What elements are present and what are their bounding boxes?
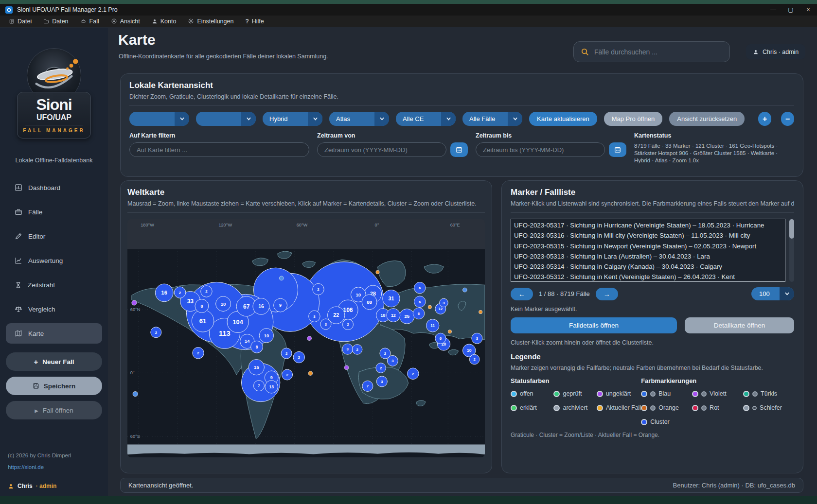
map-cluster[interactable]: 2 <box>352 345 362 355</box>
map-cluster[interactable]: 2 <box>174 287 186 298</box>
map-marker-dot[interactable] <box>133 391 138 396</box>
map-cluster[interactable]: 2 <box>313 283 324 295</box>
prev-page-button[interactable]: ← <box>511 288 533 300</box>
date-from-input[interactable] <box>317 142 446 157</box>
map-marker-dot[interactable] <box>308 371 313 376</box>
map-cluster[interactable]: 2 <box>281 348 292 359</box>
speichern-button[interactable]: Speichern <box>6 377 102 395</box>
open-detail-map-button[interactable]: Detailkarte öffnen <box>685 317 794 333</box>
map-cluster[interactable]: 2 <box>193 348 204 359</box>
date-to-input[interactable] <box>476 142 605 157</box>
map-cluster[interactable]: 12 <box>387 309 400 322</box>
map-cluster[interactable]: 6 <box>413 308 425 319</box>
user-chip[interactable]: Chris · admin <box>746 44 805 59</box>
map-cluster[interactable]: 6 <box>414 282 426 293</box>
map-cluster[interactable]: 6 <box>435 333 446 344</box>
map-cluster[interactable]: 11 <box>426 319 439 332</box>
map-cluster[interactable]: 13 <box>265 381 278 393</box>
map-cluster[interactable]: 16 <box>155 284 173 302</box>
map-cluster[interactable]: 2 <box>408 368 419 379</box>
map-filter-input[interactable] <box>129 142 309 157</box>
minimize-button[interactable]: — <box>764 4 782 16</box>
calendar-button[interactable] <box>609 142 626 157</box>
map-cluster[interactable]: 2 <box>469 354 480 365</box>
map-cluster[interactable]: 10 <box>216 296 231 312</box>
map-cluster[interactable]: 2 <box>376 363 386 373</box>
sidebar-item-vergleich[interactable]: Vergleich <box>0 297 108 321</box>
map-cluster[interactable]: 3 <box>387 355 398 366</box>
map-cluster[interactable]: 8 <box>251 341 263 353</box>
open-case-details-button[interactable]: Falldetails öffnen <box>511 317 677 333</box>
case-list-item[interactable]: UFO-2023-05316 · Sichtung in Mill city (… <box>511 230 785 241</box>
search-input[interactable] <box>594 48 723 56</box>
sidebar-item-karte[interactable]: Karte <box>6 323 102 344</box>
refresh-map-button[interactable]: Karte aktualisieren <box>529 112 597 126</box>
map-select-6[interactable]: Alle Fälle <box>462 112 522 126</box>
case-list-item[interactable]: UFO-2023-05314 · Sichtung in Calgary (Ka… <box>511 261 785 272</box>
case-list[interactable]: UFO-2023-05317 · Sichtung in Hurricane (… <box>511 219 785 282</box>
menu-item-einstellungen[interactable]: Einstellungen <box>182 16 239 27</box>
map-cluster[interactable]: 2 <box>282 369 293 380</box>
map-cluster[interactable]: 3 <box>472 333 482 344</box>
map-marker-dot[interactable] <box>307 336 312 341</box>
zoom-out-button[interactable]: − <box>781 112 794 126</box>
menu-item-konto[interactable]: Konto <box>146 16 182 27</box>
map-cluster[interactable]: 61 <box>192 310 214 332</box>
sidebar-item-dashboard[interactable]: Dashboard <box>0 175 108 200</box>
sidebar-item-zeitstrahl[interactable]: Zeitstrahl <box>0 273 108 297</box>
map-pro-button[interactable]: Map Pro öffnen <box>604 112 663 126</box>
map-cluster[interactable]: 25 <box>399 309 414 324</box>
map-cluster[interactable]: 3 <box>309 311 320 322</box>
map-marker-dot[interactable] <box>428 305 431 309</box>
map-cluster[interactable]: 7 <box>362 381 373 391</box>
menu-item-ansicht[interactable]: Ansicht <box>105 16 146 27</box>
case-list-item[interactable]: UFO-2023-05313 · Sichtung in Lara (Austr… <box>511 251 785 261</box>
map-marker-dot[interactable] <box>344 365 349 370</box>
map-cluster[interactable]: 9 <box>274 298 287 312</box>
page-size-select[interactable]: 100 <box>751 287 794 300</box>
map-cluster[interactable]: 31 <box>383 290 400 307</box>
menu-item-hilfe[interactable]: ?Hilfe <box>239 16 269 27</box>
website-link[interactable]: https://sioni.de <box>8 464 100 470</box>
calendar-button[interactable] <box>450 142 468 157</box>
map-marker-dot[interactable] <box>132 300 137 305</box>
sidebar-item-faelle[interactable]: Fälle <box>0 200 108 224</box>
case-list-item[interactable]: UFO-2023-05312 · Sichtung in Kent (Verei… <box>511 272 785 282</box>
sidebar-item-auswertung[interactable]: Auswertung <box>0 248 108 273</box>
map-cluster[interactable]: 2 <box>201 286 213 297</box>
map-cluster[interactable]: 7 <box>253 381 264 391</box>
menu-item-datei[interactable]: Datei <box>3 16 37 27</box>
map-cluster[interactable]: 88 <box>362 295 377 310</box>
list-scrollbar-thumb[interactable] <box>789 219 794 239</box>
close-button[interactable]: × <box>799 4 817 16</box>
sidebar-item-editor[interactable]: Editor <box>0 224 108 248</box>
case-list-item[interactable]: UFO-2023-05315 · Sichtung in Newport (Ve… <box>511 241 785 251</box>
search-box[interactable] <box>573 41 730 62</box>
zoom-in-button[interactable]: + <box>758 112 771 126</box>
map-marker-dot[interactable] <box>279 276 284 280</box>
map-marker-dot[interactable] <box>448 330 451 333</box>
map-cluster[interactable]: 3 <box>376 376 387 387</box>
list-scrollbar[interactable] <box>789 219 794 282</box>
map-select-1[interactable] <box>129 112 189 126</box>
map-select-2[interactable] <box>196 112 256 126</box>
map-cluster[interactable]: 16 <box>253 298 269 314</box>
fall-oeffnen-button[interactable]: ▸Fall öffnen <box>6 401 102 419</box>
map-cluster[interactable]: 2 <box>151 327 161 338</box>
case-list-item[interactable]: UFO-2023-05317 · Sichtung in Hurricane (… <box>511 220 785 230</box>
next-page-button[interactable]: → <box>596 288 618 300</box>
map-cluster[interactable]: 3 <box>320 319 331 330</box>
map-select-3[interactable]: Hybrid <box>263 112 322 126</box>
reset-view-button[interactable]: Ansicht zurücksetzen <box>669 112 745 126</box>
map-marker-dot[interactable] <box>462 288 467 292</box>
world-map-canvas[interactable]: 180°W120°W60°W0°60°E60°N0°60°S 113611043… <box>127 219 485 457</box>
map-cluster[interactable]: 3 <box>342 344 353 354</box>
map-marker-dot[interactable] <box>376 270 379 274</box>
menu-item-daten[interactable]: Daten <box>37 16 74 27</box>
menu-item-fall[interactable]: Fall <box>74 16 105 27</box>
map-cluster[interactable]: 2 <box>293 351 305 363</box>
map-select-5[interactable]: Alle CE <box>396 112 456 126</box>
maximize-button[interactable]: ▢ <box>782 4 799 16</box>
map-cluster[interactable]: 3 <box>440 298 448 307</box>
map-marker-dot[interactable] <box>479 310 482 313</box>
